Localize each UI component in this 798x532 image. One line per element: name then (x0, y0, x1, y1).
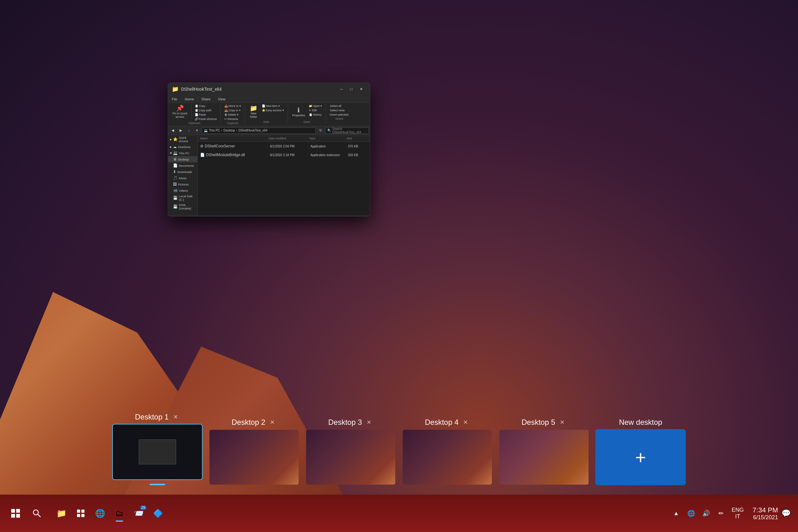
copy-button[interactable]: 📋 Copy (194, 104, 218, 108)
window-titlebar: 📁 DShellHookTest_x64 ─ □ ✕ (168, 83, 370, 95)
forward-button[interactable]: ▶ (177, 127, 184, 134)
desktop-5-thumbnail[interactable] (499, 429, 589, 485)
desktop-label: Desktop (178, 158, 189, 161)
pin-to-quick-access-button[interactable]: 📌 Pin to Quickaccess (171, 104, 190, 120)
file-manager-button[interactable]: 🗂 (110, 504, 129, 522)
paste-button[interactable]: 📄 Paste (194, 113, 218, 117)
table-row[interactable]: 📄DShellModuleBridge.dll 8/1/2020 2:18 PM… (197, 151, 370, 159)
onedrive-label: OneDrive (178, 145, 190, 149)
desktop-item-2: Desktop 2 ✕ (209, 418, 299, 485)
easy-access-button[interactable]: ⭐ Easy access ▾ (261, 109, 285, 112)
sidebar-item-disk-unraid[interactable]: 💾 DISK (Unraide) (168, 202, 197, 211)
sidebar-item-local-disk[interactable]: 💾 Local Disk (C:) (168, 193, 197, 202)
language-code: ENG (732, 507, 744, 513)
back-button[interactable]: ◀ (169, 127, 176, 134)
recent-button[interactable]: ▾ (194, 127, 201, 134)
new-desktop-thumbnail[interactable]: + (595, 429, 686, 485)
rename-button[interactable]: ✏ Rename (223, 117, 242, 121)
taskbar-app-unknown: 🔷 (149, 504, 167, 522)
sidebar-item-documents[interactable]: 📄 Documents (168, 163, 197, 169)
desktop-3-thumbnail[interactable] (305, 429, 396, 485)
desktop-3-close[interactable]: ✕ (364, 418, 373, 427)
desktop-4-thumbnail[interactable] (402, 429, 493, 485)
address-chevron-1: › (221, 129, 222, 132)
menu-file[interactable]: File (171, 97, 178, 101)
ribbon-row: 📌 Pin to Quickaccess 📋 Copy 📋 Copy path (171, 104, 367, 125)
desktop-3-label: Desktop 3 (328, 418, 362, 427)
volume-icon[interactable]: 🔊 (700, 508, 712, 519)
sidebar-item-pictures[interactable]: 🖼 Pictures (168, 181, 197, 187)
desktop-1-close[interactable]: ✕ (171, 413, 180, 421)
search-box[interactable]: 🔍 Search DShellHookTest_x64 (325, 128, 369, 134)
clock-area[interactable]: 7:34 PM 6/15/2021 (753, 506, 778, 521)
desktop-4-close[interactable]: ✕ (461, 418, 470, 427)
minimize-button[interactable]: ─ (336, 84, 346, 94)
desktop-2-header: Desktop 2 ✕ (232, 418, 277, 427)
file-explorer-taskbar-button[interactable]: 📁 (52, 504, 71, 522)
sidebar-item-this-pc[interactable]: ▾ 💻 This PC (168, 150, 197, 156)
organize-label: Organize (223, 121, 242, 125)
desktop-2-close[interactable]: ✕ (268, 418, 277, 427)
notification-center-button[interactable]: 💬 (781, 508, 792, 519)
start-button[interactable] (6, 504, 25, 522)
ribbon-clipboard-group: 📌 Pin to Quickaccess 📋 Copy 📋 Copy path (171, 104, 221, 125)
open-icon: 📂 (309, 104, 312, 108)
paste-shortcut-button[interactable]: 🔗 Paste shortcut (194, 117, 218, 121)
move-icon: 📤 (225, 104, 228, 108)
ribbon-new-group: 📁 Newfolder 📄 New item ▾ ⭐ Easy access ▾ (247, 104, 288, 124)
videos-icon: 📹 (173, 188, 178, 193)
edge-button[interactable]: 🌐 (91, 504, 109, 522)
new-folder-button[interactable]: 📁 Newfolder (247, 104, 260, 120)
address-bar[interactable]: 💻 This PC › Desktop › DShellHookTest_x64 (202, 128, 316, 134)
new-item-button[interactable]: 📄 New item ▾ (261, 104, 285, 108)
pen-icon[interactable]: ✏ (716, 508, 727, 519)
window-app-icon: 📁 (172, 86, 178, 93)
open-button[interactable]: 📂 Open ▾ (308, 104, 324, 108)
menu-share[interactable]: Share (200, 97, 212, 101)
history-button[interactable]: 📋 History (308, 113, 324, 117)
search-button[interactable] (27, 504, 46, 522)
music-label: Music (179, 176, 187, 180)
language-indicator[interactable]: ENG IT (732, 507, 744, 520)
search-placeholder: Search DShellHookTest_x64 (332, 127, 366, 134)
copy-to-button[interactable]: 📥 Copy to ▾ (223, 109, 242, 112)
close-button[interactable]: ✕ (356, 84, 366, 94)
sidebar-item-quick-access[interactable]: ▸ ⭐ Quick access (168, 135, 197, 144)
sidebar-item-downloads[interactable]: ⬇ Downloads (168, 169, 197, 175)
sidebar: ▸ ⭐ Quick access ▸ ☁ OneDrive ▾ 💻 This P… (168, 135, 197, 215)
sidebar-item-desktop[interactable]: 🖥 Desktop (168, 156, 197, 163)
properties-button[interactable]: ℹ Properties (290, 104, 307, 120)
desktop-1-thumbnail[interactable] (112, 424, 203, 480)
desktop-2-thumbnail[interactable] (209, 429, 299, 485)
maximize-button[interactable]: □ (346, 84, 356, 94)
unknown-app-button[interactable]: 🔷 (149, 504, 167, 522)
select-none-button[interactable]: Select none (328, 109, 350, 112)
menu-view[interactable]: View (217, 97, 227, 101)
refresh-button[interactable]: ↻ (317, 127, 324, 134)
copy-path-icon: 📋 (195, 109, 198, 112)
delete-button[interactable]: 🗑 Delete ▾ (223, 113, 242, 117)
desktop-1-active-indicator (150, 484, 165, 485)
edit-button[interactable]: ✏ Edit (308, 109, 324, 112)
search-icon: 🔍 (327, 129, 331, 132)
move-to-button[interactable]: 📤 Move to ▾ (223, 104, 242, 108)
address-toolbar: ◀ ▶ ↑ ▾ 💻 This PC › Desktop › DShellHook… (168, 126, 370, 135)
paste-icon: 📄 (195, 113, 198, 116)
sidebar-item-onedrive[interactable]: ▸ ☁ OneDrive (168, 144, 197, 150)
desktop-5-close[interactable]: ✕ (558, 418, 566, 427)
task-view-button[interactable] (72, 504, 90, 522)
up-button[interactable]: ↑ (186, 127, 192, 134)
network-icon[interactable]: 🌐 (685, 508, 697, 519)
menu-home[interactable]: Home (184, 97, 195, 101)
table-row[interactable]: ⚙DShellCoreServer 8/1/2020 2:04 PM Appli… (197, 142, 370, 151)
downloads-icon: ⬇ (173, 170, 176, 174)
pin-icon: 📌 (176, 105, 184, 111)
tray-expand-button[interactable]: ▲ (670, 508, 682, 519)
sidebar-item-videos[interactable]: 📹 Videos (168, 187, 197, 193)
select-all-button[interactable]: Select all (328, 104, 350, 108)
clipboard-label: Clipboard (171, 121, 218, 125)
copy-path-button[interactable]: 📋 Copy path (194, 109, 218, 112)
videos-label: Videos (179, 189, 188, 192)
invert-selection-button[interactable]: Invert selection (328, 113, 350, 117)
sidebar-item-music[interactable]: 🎵 Music (168, 175, 197, 181)
